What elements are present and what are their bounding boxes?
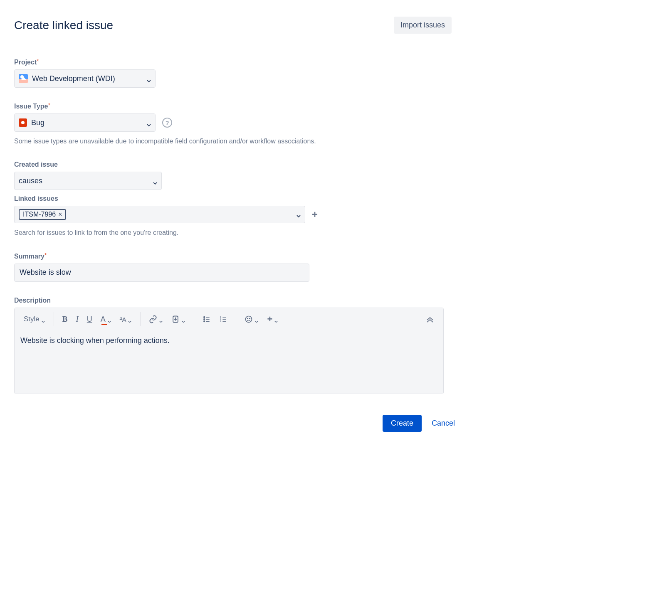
- toolbar-separator: [236, 312, 236, 326]
- bullet-list-button[interactable]: [199, 312, 214, 326]
- underline-button[interactable]: U: [84, 312, 96, 326]
- attachment-button[interactable]: [168, 312, 189, 326]
- description-textarea[interactable]: Website is clocking when performing acti…: [15, 331, 443, 394]
- text-color-button[interactable]: A: [97, 312, 115, 326]
- more-formatting-button[interactable]: aA: [116, 312, 136, 326]
- chevron-down-icon: [296, 212, 301, 217]
- svg-point-1: [204, 317, 205, 318]
- chevron-down-icon: [274, 317, 278, 321]
- chevron-down-icon: [147, 121, 151, 125]
- summary-label: Summary*: [14, 253, 452, 260]
- created-issue-select[interactable]: causes: [14, 172, 162, 190]
- chevron-down-icon: [254, 317, 259, 321]
- bold-button[interactable]: B: [59, 312, 71, 326]
- chevron-down-icon: [128, 317, 132, 321]
- created-issue-value: causes: [19, 177, 42, 185]
- toolbar-separator: [140, 312, 141, 326]
- svg-point-15: [250, 318, 250, 319]
- insert-more-button[interactable]: +: [264, 312, 282, 326]
- svg-point-5: [204, 321, 205, 322]
- created-issue-label: Created issue: [14, 161, 452, 168]
- toolbar-separator: [54, 312, 54, 326]
- issue-type-label: Issue Type*: [14, 103, 452, 110]
- linked-issues-select[interactable]: ITSM-7996 ×: [14, 206, 305, 223]
- description-editor: Style B I U A aA: [14, 308, 444, 394]
- remove-tag-icon[interactable]: ×: [58, 211, 62, 218]
- link-button[interactable]: [146, 312, 166, 326]
- chevron-down-icon: [107, 317, 111, 321]
- chevron-down-icon: [41, 317, 45, 321]
- help-icon[interactable]: ?: [162, 118, 172, 128]
- linked-issue-tag: ITSM-7996 ×: [19, 209, 66, 220]
- svg-point-13: [246, 316, 252, 323]
- linked-issue-key: ITSM-7996: [23, 211, 56, 218]
- emoji-button[interactable]: [241, 312, 262, 326]
- issue-type-select[interactable]: Bug: [14, 113, 156, 132]
- numbered-list-button[interactable]: 1 2 3: [216, 312, 231, 326]
- editor-toolbar: Style B I U A aA: [15, 308, 443, 331]
- description-label: Description: [14, 297, 452, 304]
- toolbar-separator: [194, 312, 194, 326]
- italic-button[interactable]: I: [72, 312, 82, 326]
- summary-input[interactable]: [14, 264, 309, 282]
- project-avatar-icon: [19, 74, 28, 83]
- project-value: Web Development (WDI): [32, 74, 115, 83]
- style-dropdown[interactable]: Style: [20, 312, 49, 326]
- linked-issues-hint: Search for issues to link to from the on…: [14, 228, 452, 237]
- svg-point-3: [204, 319, 205, 320]
- cancel-link[interactable]: Cancel: [432, 419, 455, 428]
- chevron-down-icon: [147, 76, 151, 81]
- linked-issues-label: Linked issues: [14, 195, 452, 202]
- bug-icon: [19, 118, 27, 127]
- svg-point-14: [247, 318, 248, 319]
- project-select[interactable]: Web Development (WDI): [14, 69, 156, 88]
- project-label: Project*: [14, 59, 452, 66]
- svg-text:3: 3: [220, 320, 221, 323]
- page-title: Create linked issue: [14, 19, 113, 32]
- import-issues-button[interactable]: Import issues: [394, 17, 452, 34]
- create-button[interactable]: Create: [383, 415, 422, 432]
- chevron-down-icon: [181, 317, 185, 321]
- collapse-toolbar-button[interactable]: [422, 312, 437, 326]
- chevron-down-icon: [153, 179, 157, 183]
- issue-type-hint: Some issue types are unavailable due to …: [14, 137, 452, 146]
- chevron-down-icon: [159, 317, 163, 321]
- issue-type-value: Bug: [31, 118, 44, 127]
- add-linked-issue-icon[interactable]: +: [312, 209, 318, 220]
